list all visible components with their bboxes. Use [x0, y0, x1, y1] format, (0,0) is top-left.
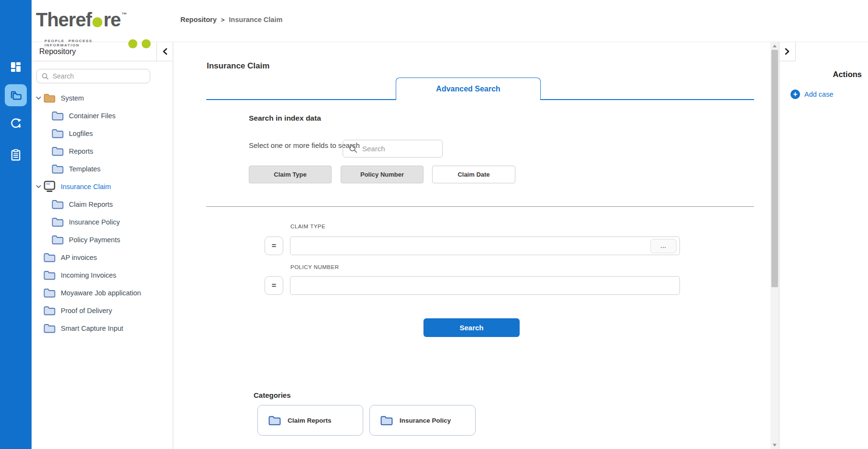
- vertical-scrollbar: [770, 42, 779, 449]
- tree-item-claim-reports[interactable]: Claim Reports: [32, 195, 173, 213]
- policy-number-input[interactable]: [290, 277, 679, 294]
- criteria-label-policy-number: POLICY NUMBER: [290, 264, 339, 270]
- tree-item-container-files[interactable]: Container Files: [32, 107, 173, 124]
- search-button[interactable]: Search: [423, 318, 520, 337]
- tree-item-moyaware-job-application[interactable]: Moyaware Job application: [32, 284, 173, 302]
- category-card-insurance-policy[interactable]: Insurance Policy: [369, 405, 476, 436]
- folder-blue-icon: [51, 111, 64, 121]
- claim-type-input[interactable]: [290, 237, 679, 255]
- category-label: Claim Reports: [288, 417, 332, 424]
- tree-item-reports[interactable]: Reports: [32, 142, 173, 160]
- chevron-down-icon[interactable]: [34, 96, 42, 100]
- scroll-down-arrow[interactable]: [770, 441, 779, 449]
- tree-item-label: Policy Payments: [69, 236, 120, 244]
- tasks-clipboard-icon[interactable]: [5, 144, 27, 166]
- add-case-label: Add case: [804, 90, 833, 98]
- tree-item-label: Incoming Invoices: [61, 271, 116, 279]
- sync-arrows-glyph: [10, 117, 22, 130]
- field-button-claim-type[interactable]: Claim Type: [249, 166, 332, 183]
- tree-item-templates[interactable]: Templates: [32, 160, 173, 178]
- field-button-policy-number[interactable]: Policy Number: [341, 166, 423, 183]
- criteria-field-policy-number: [290, 276, 680, 295]
- tree-item-smart-capture-input[interactable]: Smart Capture Input: [32, 319, 173, 337]
- repository-tree: System Container Files Logfiles Reports: [32, 89, 173, 337]
- folder-blue-icon: [51, 146, 64, 156]
- logo-green-dot-icon: [92, 17, 102, 27]
- panel-expand-button[interactable]: [779, 42, 796, 61]
- tree-item-label: Templates: [69, 165, 100, 173]
- apps-grid-glyph: [10, 61, 22, 73]
- folder-blue-icon: [43, 324, 56, 333]
- logo-text-end: re: [103, 8, 121, 31]
- top-header: Therefre™ PEOPLE PROCESS INFORMATION Rep…: [32, 0, 868, 42]
- logo-text-start: Theref: [36, 8, 91, 31]
- field-search-input[interactable]: [362, 145, 434, 153]
- tree-item-label: Proof of Delivery: [61, 307, 112, 314]
- scrollbar-thumb[interactable]: [771, 50, 778, 287]
- clipboard-glyph: [10, 149, 22, 161]
- search-icon: [349, 145, 357, 153]
- logo-dots-icon: [128, 39, 151, 48]
- tree-item-proof-of-delivery[interactable]: Proof of Delivery: [32, 302, 173, 319]
- main-content: Insurance Claim Advanced Search Search i…: [173, 42, 770, 449]
- operator-button-policy-number[interactable]: =: [265, 276, 283, 295]
- folder-blue-icon: [268, 415, 281, 426]
- folders-glyph: [9, 89, 22, 102]
- logo-tagline: PEOPLE PROCESS INFORMATION: [45, 39, 123, 47]
- sidebar-search-input[interactable]: [53, 72, 139, 80]
- sidebar-search: [36, 69, 150, 83]
- field-button-claim-date[interactable]: Claim Date: [432, 166, 515, 183]
- tree-item-policy-payments[interactable]: Policy Payments: [32, 231, 173, 248]
- breadcrumb-repository[interactable]: Repository: [180, 16, 217, 23]
- category-card-claim-reports[interactable]: Claim Reports: [257, 405, 363, 436]
- folder-blue-icon: [51, 200, 64, 209]
- add-case-button[interactable]: + Add case: [790, 90, 833, 99]
- sidebar-collapse-button[interactable]: [156, 42, 173, 61]
- folder-blue-icon: [43, 288, 56, 298]
- chevron-right-icon: [785, 48, 790, 55]
- field-search-box: [343, 140, 443, 157]
- tree-item-incoming-invoices[interactable]: Incoming Invoices: [32, 266, 173, 284]
- tab-advanced-search[interactable]: Advanced Search: [396, 78, 541, 100]
- index-search-heading: Search in index data: [249, 114, 321, 123]
- breadcrumb-current: Insurance Claim: [229, 16, 282, 23]
- apps-icon[interactable]: [5, 56, 27, 78]
- app-navigation-bar: [0, 0, 32, 449]
- tree-item-insurance-policy[interactable]: Insurance Policy: [32, 213, 173, 231]
- page-title: Insurance Claim: [207, 61, 269, 71]
- search-icon: [42, 73, 49, 80]
- tree-item-label: Moyaware Job application: [61, 289, 141, 297]
- sidebar-title: Repository: [32, 47, 156, 56]
- tree-item-label: Reports: [69, 147, 93, 155]
- breadcrumb-separator: >: [221, 16, 225, 23]
- folder-blue-icon: [51, 129, 64, 138]
- chevron-left-icon: [162, 48, 167, 55]
- tree-item-insurance-claim[interactable]: Insurance Claim: [32, 178, 173, 195]
- workflow-sync-icon[interactable]: [5, 112, 27, 135]
- folder-blue-icon: [51, 235, 64, 245]
- tree-item-label: Claim Reports: [69, 201, 113, 208]
- tree-item-label: Logfiles: [69, 130, 93, 137]
- tree-item-ap-invoices[interactable]: AP invoices: [32, 248, 173, 266]
- actions-panel: Actions + Add case: [779, 42, 868, 449]
- actions-heading: Actions: [833, 70, 862, 79]
- tree-item-logfiles[interactable]: Logfiles: [32, 124, 173, 142]
- category-label: Insurance Policy: [400, 417, 451, 424]
- categories-heading: Categories: [254, 391, 291, 399]
- chevron-down-icon[interactable]: [34, 185, 42, 189]
- tree-item-system[interactable]: System: [32, 89, 173, 107]
- criteria-field-claim-type: ...: [290, 236, 680, 255]
- scroll-up-arrow[interactable]: [770, 42, 779, 50]
- tree-item-label: Smart Capture Input: [61, 325, 123, 332]
- operator-button-claim-type[interactable]: =: [265, 236, 283, 255]
- folder-tan-icon: [43, 93, 56, 103]
- criteria-label-claim-type: CLAIM TYPE: [290, 224, 325, 229]
- repository-sidebar: Repository System Cont: [32, 42, 173, 449]
- repository-folders-icon[interactable]: [5, 84, 27, 106]
- logo-trademark: ™: [122, 3, 126, 26]
- folder-blue-icon: [43, 306, 56, 315]
- more-options-button[interactable]: ...: [650, 239, 677, 253]
- tree-item-label: AP invoices: [61, 254, 97, 261]
- folder-blue-icon: [43, 270, 56, 280]
- logo-tagline-row: PEOPLE PROCESS INFORMATION: [45, 37, 151, 48]
